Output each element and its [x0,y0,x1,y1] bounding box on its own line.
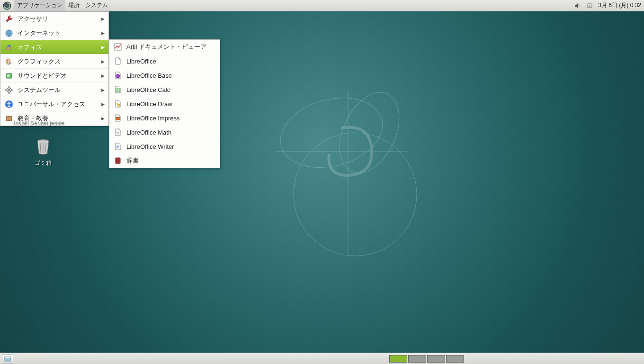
updates-icon[interactable] [586,2,593,9]
chevron-right-icon: ▶ [101,17,105,21]
app-label: LibreOffice Writer [126,143,174,150]
chevron-right-icon: ▶ [101,73,105,78]
menu-internet[interactable]: インターネット ▶ [0,26,108,40]
svg-rect-18 [8,74,9,77]
wallpaper-swirl [256,71,445,261]
menu-graphics[interactable]: グラフィックス ▶ [0,55,108,69]
svg-rect-12 [7,47,10,50]
svg-point-27 [9,101,10,103]
chevron-right-icon: ▶ [101,116,105,121]
menu-label: ユニバーサル・アクセス [18,100,85,109]
svg-rect-35 [116,117,120,120]
svg-rect-19 [9,74,9,77]
svg-rect-43 [5,356,10,358]
app-libreoffice-math[interactable]: fx LibreOffice Math [109,125,220,139]
app-artil-viewer[interactable]: Artil ドキュメント・ビューア [109,40,220,54]
app-libreoffice-writer[interactable]: LibreOffice Writer [109,139,220,154]
app-libreoffice[interactable]: LibreOffice [109,54,220,68]
top-panel: アプリケーション 場所 システム 3月 6日 (月) 0:32 [0,0,644,11]
menu-sound-video[interactable]: サウンドとビデオ ▶ [0,69,108,83]
dict-icon [113,156,123,165]
menu-places[interactable]: 場所 [65,0,82,11]
svg-rect-34 [118,104,120,106]
app-dictionary[interactable]: 辞書 [109,154,220,168]
gear-icon [4,85,14,95]
workspace-1[interactable] [389,355,407,363]
app-label: LibreOffice Base [126,72,172,79]
app-libreoffice-calc[interactable]: LibreOffice Calc [109,82,220,97]
menu-label: インターネット [18,29,61,37]
chevron-right-icon: ▶ [101,31,105,36]
impress-icon [113,113,123,123]
svg-point-2 [328,83,411,182]
office-submenu: Artil ドキュメント・ビューア LibreOffice LibreOffic… [109,39,220,168]
access-icon [4,100,14,109]
workspace-3[interactable] [427,355,445,363]
app-label: LibreOffice [126,58,156,65]
app-label: 辞書 [126,156,139,165]
svg-point-21 [8,89,10,91]
desktop: アプリケーション 場所 システム 3月 6日 (月) 0:32 Install … [0,0,644,364]
app-label: LibreOffice Impress [126,115,179,122]
chevron-right-icon: ▶ [101,45,105,50]
app-label: LibreOffice Calc [126,86,170,93]
globe-icon [4,28,14,38]
chevron-right-icon: ▶ [101,102,105,107]
install-debian-label: Install Debian jessie [13,119,64,126]
desktop-trash[interactable]: ゴミ箱 [22,135,64,167]
wrench-icon [4,14,14,24]
menu-label: システムツール [18,86,61,94]
volume-icon[interactable] [573,2,581,9]
svg-rect-17 [7,74,8,77]
app-libreoffice-base[interactable]: LibreOffice Base [109,68,220,82]
app-label: LibreOffice Draw [126,100,172,108]
chart-icon [113,42,123,52]
app-label: Artil ドキュメント・ビューア [126,43,206,51]
distro-logo-icon [2,0,12,11]
menu-applications[interactable]: アプリケーション [14,0,65,11]
menu-label: サウンドとビデオ [18,72,67,80]
app-libreoffice-draw[interactable]: LibreOffice Draw [109,97,220,111]
menu-system[interactable]: システム [82,0,111,11]
svg-point-15 [9,62,10,64]
math-icon: fx [113,127,123,137]
education-icon [4,114,14,123]
applications-menu: アクセサリ ▶ インターネット ▶ オフィス ▶ グラフィックス ▶ サウンドと… [0,11,109,126]
menu-accessories[interactable]: アクセサリ ▶ [0,12,108,26]
svg-point-13 [7,60,9,61]
trash-label: ゴミ箱 [22,159,64,167]
palette-icon [4,57,14,66]
calc-icon [113,85,123,94]
workspace-2[interactable] [408,355,426,363]
svg-text:fx: fx [116,131,119,135]
svg-point-0 [273,87,391,178]
trash-icon [32,135,54,157]
chevron-right-icon: ▶ [101,59,105,64]
base-icon [113,71,123,80]
workspace-switcher [389,355,464,363]
menu-office[interactable]: オフィス ▶ [0,40,108,55]
chevron-right-icon: ▶ [101,88,105,92]
menu-label: オフィス [18,43,42,52]
draw-icon [113,99,123,109]
menu-label: アクセサリ [18,15,48,23]
panel-clock[interactable]: 3月 6日 (月) 0:32 [598,1,641,9]
office-icon [4,43,14,52]
menu-universal-access[interactable]: ユニバーサル・アクセス ▶ [0,97,108,111]
svg-point-14 [7,62,9,63]
app-libreoffice-impress[interactable]: LibreOffice Impress [109,111,220,125]
media-icon [4,71,14,81]
doc-blank-icon [113,56,123,66]
svg-point-1 [294,133,417,256]
app-label: LibreOffice Math [126,129,171,136]
svg-rect-41 [116,158,116,164]
show-desktop-button[interactable] [2,354,13,364]
menu-system-tools[interactable]: システムツール ▶ [0,83,108,97]
workspace-4[interactable] [446,355,464,363]
writer-icon [113,142,123,151]
menu-label: グラフィックス [18,57,61,66]
bottom-panel [0,353,644,364]
